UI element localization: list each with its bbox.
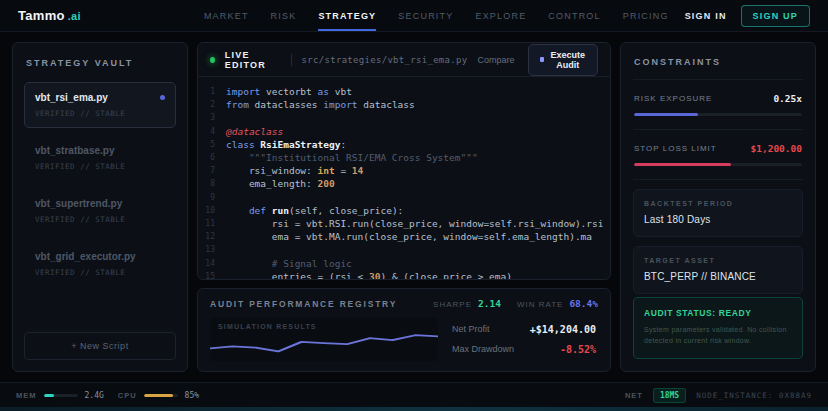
nav-item-security[interactable]: SECURITY <box>398 1 453 31</box>
line-number: 5 <box>198 138 226 151</box>
meter-label: MEM <box>16 391 37 400</box>
code-line: 2from dataclasses import dataclass <box>198 98 610 111</box>
execute-audit-button[interactable]: Execute Audit <box>528 44 598 76</box>
stat-label: WIN RATE <box>517 300 564 309</box>
registry-header: AUDIT PERFORMANCE REGISTRY SHARPE2.14WIN… <box>210 298 598 309</box>
file-meta: VERIFIED // STABLE <box>35 268 165 277</box>
editor-title: LIVE EDITOR <box>225 50 281 70</box>
file-row-top: vbt_supertrend.py <box>35 198 165 209</box>
brand-logo[interactable]: Tammo.ai <box>18 8 81 23</box>
sign-in-link[interactable]: SIGN IN <box>685 11 727 21</box>
code-line: 14 # Signal logic <box>198 257 610 270</box>
main-area: STRATEGY VAULT vbt_rsi_ema.pyVERIFIED //… <box>0 32 828 382</box>
stat-value: 68.4% <box>569 298 598 309</box>
meter-fill <box>144 394 173 397</box>
meter-fill <box>44 394 55 397</box>
file-name: vbt_supertrend.py <box>35 198 122 209</box>
code-line: 4@dataclass <box>198 125 610 138</box>
metric-label: STOP LOSS LIMIT <box>634 144 717 153</box>
nav-item-market[interactable]: MARKET <box>204 1 249 31</box>
active-file-dot <box>160 95 165 100</box>
meter-label: CPU <box>118 391 137 400</box>
registry-stat-sharpe: SHARPE2.14 <box>433 298 501 309</box>
net-label: NET <box>625 391 643 400</box>
line-number: 9 <box>198 191 226 204</box>
info-card-value: Last 180 Days <box>644 214 792 225</box>
line-number: 4 <box>198 125 226 138</box>
vault-file-vbt_grid_executor.py[interactable]: vbt_grid_executor.pyVERIFIED // STABLE <box>24 241 176 287</box>
code-line: 1import vectorbt as vbt <box>198 85 610 98</box>
meter-track <box>144 394 178 397</box>
audit-status-title: AUDIT STATUS: READY <box>644 308 792 318</box>
code-lines[interactable]: 1import vectorbt as vbt2from dataclasses… <box>198 77 610 279</box>
simulation-chart: SIMULATION RESULTS <box>210 317 438 361</box>
line-number: 11 <box>198 217 226 230</box>
strategy-vault-panel: STRATEGY VAULT vbt_rsi_ema.pyVERIFIED //… <box>12 42 188 372</box>
audit-status-desc: System parameters validated. No collisio… <box>644 324 792 346</box>
line-number: 13 <box>198 243 226 256</box>
metric-bar-track[interactable] <box>634 163 802 166</box>
file-meta: VERIFIED // STABLE <box>35 162 165 171</box>
line-number: 15 <box>198 270 226 279</box>
code-text <box>226 243 232 256</box>
info-card-target-asset[interactable]: TARGET ASSETBTC_PERP // BINANCE <box>633 246 803 294</box>
code-line: 9 <box>198 191 610 204</box>
info-card-backtest-period[interactable]: BACKTEST PERIODLast 180 Days <box>633 189 803 237</box>
code-line: 6 """Institutional RSI/EMA Cross System"… <box>198 151 610 164</box>
kv-label: Max Drawdown <box>452 344 514 354</box>
file-meta: VERIFIED // STABLE <box>35 215 165 224</box>
code-text: entries = (rsi < 30) & (close_price > em… <box>226 270 512 279</box>
file-meta: VERIFIED // STABLE <box>35 109 165 118</box>
file-row-top: vbt_grid_executor.py <box>35 251 165 262</box>
kv-value: +$14,204.00 <box>530 324 596 335</box>
line-number: 10 <box>198 204 226 217</box>
code-line: 11 rsi = vbt.RSI.run(close_price, window… <box>198 217 610 230</box>
registry-row-net-profit: Net Profit+$14,204.00 <box>452 324 596 335</box>
center-column: LIVE EDITOR src/strategies/vbt_rsi_ema.p… <box>197 42 611 372</box>
meter-value: 2.4G <box>85 391 104 400</box>
node-instance-id: NODE_INSTANCE: 0X88A9 <box>696 391 812 400</box>
kv-label: Net Profit <box>452 324 490 334</box>
nav-item-pricing[interactable]: PRICING <box>623 1 669 31</box>
brand-name: Tammo <box>18 8 65 23</box>
vault-file-list: vbt_rsi_ema.pyVERIFIED // STABLEvbt_stra… <box>24 82 176 294</box>
vault-file-vbt_rsi_ema.py[interactable]: vbt_rsi_ema.pyVERIFIED // STABLE <box>24 82 176 128</box>
code-text: class RsiEmaStrategy: <box>226 138 346 151</box>
code-text: @dataclass <box>226 125 283 138</box>
meter-cpu: CPU85% <box>118 391 199 400</box>
file-path: src/strategies/vbt_rsi_ema.py <box>302 55 468 65</box>
line-number: 8 <box>198 177 226 190</box>
header-divider <box>291 54 292 66</box>
code-text: from dataclasses import dataclass <box>226 98 415 111</box>
vault-file-vbt_stratbase.py[interactable]: vbt_stratbase.pyVERIFIED // STABLE <box>24 135 176 181</box>
code-line: 8 ema_length: 200 <box>198 177 610 190</box>
meter-value: 85% <box>185 391 199 400</box>
code-text: ema = vbt.MA.run(close_price, window=sel… <box>226 230 592 243</box>
file-row-top: vbt_stratbase.py <box>35 145 165 156</box>
nav-item-strategy[interactable]: STRATEGY <box>318 1 376 31</box>
vault-file-vbt_supertrend.py[interactable]: vbt_supertrend.pyVERIFIED // STABLE <box>24 188 176 234</box>
stat-label: SHARPE <box>433 300 472 309</box>
kv-value: -8.52% <box>560 344 596 355</box>
metric-bar-track[interactable] <box>634 113 802 116</box>
nav-item-explore[interactable]: EXPLORE <box>475 1 526 31</box>
execute-audit-label: Execute Audit <box>550 50 586 70</box>
code-line: 7 rsi_window: int = 14 <box>198 164 610 177</box>
nav-item-risk[interactable]: RISK <box>271 1 297 31</box>
file-row-top: vbt_rsi_ema.py <box>35 92 165 103</box>
code-text: ema_length: 200 <box>226 177 335 190</box>
metric-value: 0.25x <box>773 93 802 104</box>
line-number: 1 <box>198 85 226 98</box>
info-card-label: TARGET ASSET <box>644 257 792 264</box>
line-number: 2 <box>198 98 226 111</box>
code-text: rsi = vbt.RSI.run(close_price, window=se… <box>226 217 604 230</box>
file-name: vbt_stratbase.py <box>35 145 114 156</box>
code-text: def run(self, close_price): <box>226 204 403 217</box>
nav-item-control[interactable]: CONTROL <box>548 1 600 31</box>
code-line: 13 <box>198 243 610 256</box>
compare-button[interactable]: Compare <box>477 55 514 65</box>
audit-registry-panel: AUDIT PERFORMANCE REGISTRY SHARPE2.14WIN… <box>197 288 611 372</box>
sign-up-button[interactable]: SIGN UP <box>741 5 810 27</box>
new-script-button[interactable]: + New Script <box>24 332 176 360</box>
run-icon <box>540 57 543 62</box>
